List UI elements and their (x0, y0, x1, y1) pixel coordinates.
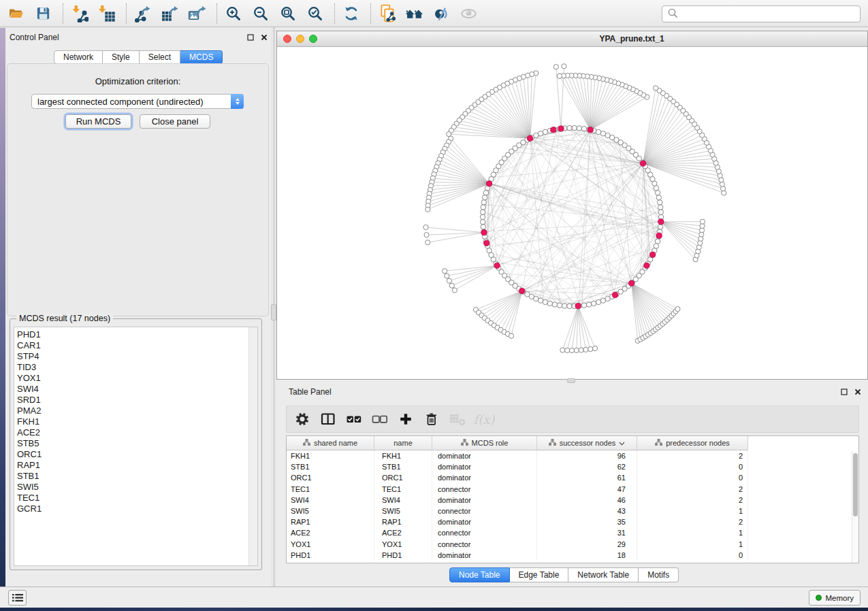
table-row[interactable]: PHD1PHD1dominator180 (287, 550, 858, 561)
memory-button[interactable]: Memory (809, 590, 861, 606)
table-row[interactable]: ACE2ACE2connector311 (287, 527, 858, 538)
tab-edge-table[interactable]: Edge Table (510, 567, 569, 582)
maximize-window-icon[interactable] (309, 35, 317, 43)
zoom-selected-icon[interactable] (306, 4, 324, 22)
zoom-fit-icon[interactable] (278, 4, 297, 22)
list-item[interactable]: STB5 (17, 438, 257, 449)
column-header-predecessor-nodes[interactable]: predecessor nodes (637, 436, 748, 450)
table-cell: dominator (432, 550, 537, 561)
list-item[interactable]: TID3 (17, 362, 257, 373)
tab-style[interactable]: Style (103, 50, 140, 64)
save-icon[interactable] (34, 4, 52, 22)
search-box (662, 5, 861, 22)
table-row[interactable]: SWI5SWI5connector431 (287, 506, 858, 516)
list-item[interactable]: ACE2 (17, 427, 257, 438)
table-cell: 1 (637, 539, 748, 550)
list-item[interactable]: SWI5 (17, 482, 257, 493)
table-row[interactable]: FKH1FKH1dominator962 (287, 450, 858, 461)
list-item[interactable]: YOX1 (17, 373, 257, 384)
vertical-splitter-grip[interactable] (271, 304, 276, 320)
node-table-body: FKH1FKH1dominator962STB1STB1dominator620… (287, 450, 858, 561)
table-scrollbar[interactable] (852, 451, 858, 563)
tab-mcds[interactable]: MCDS (180, 50, 223, 64)
table-scrollbar-thumb[interactable] (853, 453, 858, 516)
table-cell: dominator (432, 461, 537, 472)
list-item[interactable]: PMA2 (17, 406, 257, 416)
fx-icon[interactable]: f(x) (473, 410, 494, 429)
search-input[interactable] (679, 6, 860, 22)
delete-row-icon[interactable] (421, 410, 442, 429)
close-panel-icon[interactable] (260, 33, 268, 42)
clone-network-icon[interactable] (378, 4, 396, 22)
table-cell: FKH1 (287, 450, 374, 461)
table-cell: 1 (637, 506, 748, 516)
table-cell: 46 (537, 495, 637, 506)
table-row[interactable]: ORC1ORC1dominator610 (287, 472, 858, 483)
columns-icon[interactable] (318, 410, 338, 429)
float-panel-icon[interactable] (246, 33, 255, 42)
deselect-all-icon[interactable] (370, 410, 390, 429)
minimize-window-icon[interactable] (296, 35, 304, 43)
list-item[interactable]: PHD1 (17, 329, 257, 340)
list-item[interactable]: GCR1 (17, 503, 257, 514)
import-network-icon[interactable] (70, 4, 89, 22)
graphics-details-icon[interactable] (432, 4, 451, 22)
optimization-criterion-value: largest connected component (undirected) (32, 97, 231, 107)
close-window-icon[interactable] (283, 35, 291, 43)
list-item[interactable]: SRD1 (17, 395, 257, 406)
vertical-splitter[interactable] (271, 27, 276, 587)
optimization-criterion-select[interactable]: largest connected component (undirected) (31, 94, 244, 109)
task-history-button[interactable] (8, 590, 27, 606)
column-header-MCDS-role[interactable]: MCDS role (432, 436, 537, 450)
import-table-icon[interactable] (97, 4, 116, 22)
column-header-successor-nodes[interactable]: successor nodes (537, 436, 637, 450)
tab-network-table[interactable]: Network Table (568, 567, 639, 582)
list-item[interactable]: TEC1 (17, 493, 257, 503)
list-item[interactable]: STB1 (17, 471, 257, 482)
network-graph[interactable] (277, 47, 867, 379)
run-mcds-button[interactable]: Run MCDS (65, 114, 131, 129)
column-header-shared-name[interactable]: shared name (287, 436, 374, 450)
float-table-panel-icon[interactable] (840, 388, 848, 396)
table-panel: Table Panel f(x) shared namenameMCDS rol… (276, 382, 868, 584)
two-houses-icon[interactable] (405, 4, 423, 22)
zoom-out-icon[interactable] (251, 4, 270, 22)
tab-network[interactable]: Network (54, 50, 103, 64)
mcds-result-scrollbar[interactable] (248, 327, 257, 565)
mcds-result-list[interactable]: PHD1CAR1STP4TID3YOX1SWI4SRD1PMA2FKH1ACE2… (14, 327, 258, 566)
list-item[interactable]: ORC1 (17, 449, 257, 460)
close-table-panel-icon[interactable] (854, 388, 862, 396)
mcds-result-items: PHD1CAR1STP4TID3YOX1SWI4SRD1PMA2FKH1ACE2… (14, 327, 257, 514)
table-row[interactable]: STB1STB1dominator620 (287, 461, 858, 472)
refresh-icon[interactable] (342, 4, 360, 22)
export-table-icon[interactable] (161, 4, 179, 22)
tab-select[interactable]: Select (140, 50, 180, 64)
list-item[interactable]: CAR1 (17, 340, 257, 351)
list-item[interactable]: SWI4 (17, 384, 257, 395)
column-header-name[interactable]: name (374, 436, 432, 450)
table-row[interactable]: RAP1RAP1dominator352 (287, 516, 858, 527)
table-cell: 29 (537, 539, 637, 550)
table-row[interactable]: YOX1YOX1connector291 (287, 539, 858, 550)
delete-table-icon[interactable] (447, 410, 468, 429)
gear-icon[interactable] (292, 410, 312, 429)
export-image-icon[interactable] (188, 4, 206, 22)
list-item[interactable]: STP4 (17, 351, 257, 362)
toolbar-separator (334, 3, 335, 24)
list-item[interactable]: FKH1 (17, 416, 257, 427)
export-network-icon[interactable] (133, 4, 152, 22)
zoom-in-icon[interactable] (224, 4, 242, 22)
tab-motifs[interactable]: Motifs (639, 567, 679, 582)
horizontal-splitter-grip[interactable] (567, 378, 575, 383)
control-panel-tabs: NetworkStyleSelectMCDS (54, 50, 223, 64)
table-cell: TEC1 (287, 484, 374, 495)
eye-icon[interactable] (460, 4, 478, 22)
add-row-icon[interactable] (396, 410, 416, 429)
table-row[interactable]: TEC1TEC1connector472 (287, 484, 858, 495)
list-item[interactable]: RAP1 (17, 460, 257, 471)
select-all-icon[interactable] (344, 410, 364, 429)
table-row[interactable]: SWI4SWI4dominator462 (287, 495, 858, 506)
open-folder-icon[interactable] (7, 4, 25, 22)
tab-node-table[interactable]: Node Table (449, 567, 510, 582)
close-panel-button[interactable]: Close panel (140, 114, 210, 129)
